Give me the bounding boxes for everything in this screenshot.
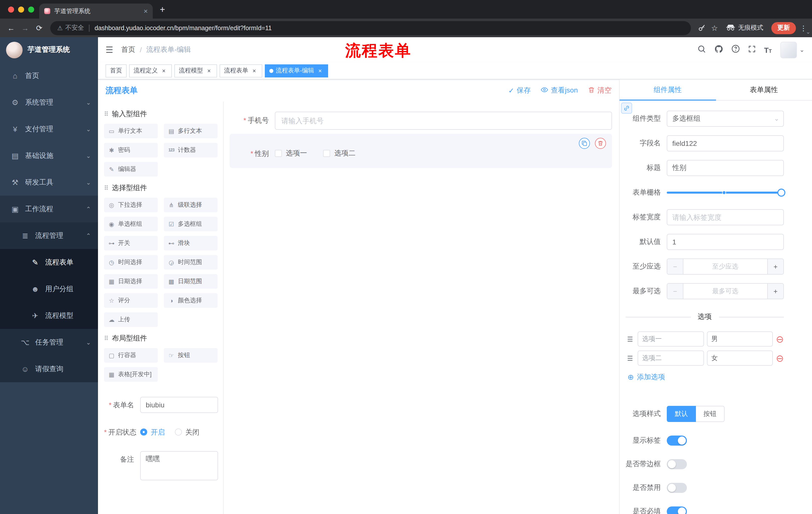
default-value-input[interactable] xyxy=(667,234,784,250)
address-bar[interactable]: ⚠ 不安全 dashboard.yudao.iocoder.cn/bpm/man… xyxy=(50,21,691,35)
tab-close-icon[interactable]: × xyxy=(144,7,148,15)
font-size-icon[interactable]: TT xyxy=(764,46,772,54)
browser-tab[interactable]: 芋道管理系统 × xyxy=(39,3,153,19)
add-option-button[interactable]: ⊕ 添加选项 xyxy=(628,373,784,382)
tag-process-form-edit[interactable]: 流程表单-编辑× xyxy=(265,64,328,77)
sidebar-item-infra[interactable]: ▤基础设施⌄ xyxy=(0,142,98,169)
field-gender[interactable]: *性别 选项一 选项二 xyxy=(230,149,612,159)
sidebar-item-leave-query[interactable]: ☺请假查询 xyxy=(0,356,98,382)
palette-item[interactable]: ▭单行文本 xyxy=(104,124,158,138)
phone-input[interactable] xyxy=(275,112,612,130)
form-canvas[interactable]: *手机号 *性别 xyxy=(224,102,619,514)
palette-item[interactable]: ✱密码 xyxy=(104,143,158,157)
max-select-stepper[interactable]: − 最多可选 + xyxy=(667,283,784,299)
plus-button[interactable]: + xyxy=(767,259,783,274)
breadcrumb-home[interactable]: 首页 xyxy=(121,45,136,54)
option-name-input[interactable] xyxy=(638,351,704,366)
disabled-switch[interactable] xyxy=(667,483,687,493)
palette-item[interactable]: ▩日期范围 xyxy=(164,274,218,289)
back-button[interactable]: ← xyxy=(4,21,18,35)
palette-item[interactable]: ⋔级联选择 xyxy=(164,198,218,212)
palette-item[interactable]: ▦日期选择 xyxy=(104,274,158,289)
palette-item[interactable]: ☞按钮 xyxy=(164,348,218,362)
github-icon[interactable] xyxy=(714,45,723,55)
delete-field-button[interactable] xyxy=(595,138,606,149)
slider-handle[interactable] xyxy=(777,189,785,197)
plus-button[interactable]: + xyxy=(767,283,783,299)
palette-item[interactable]: ◶时间范围 xyxy=(164,255,218,270)
remark-textarea[interactable]: 嘿嘿 xyxy=(140,451,218,480)
tag-process-model[interactable]: 流程模型× xyxy=(174,64,217,77)
title-input[interactable] xyxy=(667,160,784,176)
tag-close-icon[interactable]: × xyxy=(251,67,258,74)
sidebar-item-task-mgmt[interactable]: ⌥任务管理⌄ xyxy=(0,329,98,356)
sidebar-item-process-mgmt[interactable]: ≣流程管理⌃ xyxy=(0,222,98,249)
palette-item[interactable]: ◑颜色选择 xyxy=(164,293,218,308)
border-switch[interactable] xyxy=(667,459,687,469)
option-value-input[interactable] xyxy=(707,331,773,347)
forward-button[interactable]: → xyxy=(18,21,32,35)
palette-item[interactable]: ◎下拉选择 xyxy=(104,198,158,212)
drag-handle-icon[interactable]: ☰ xyxy=(626,354,635,362)
tag-home[interactable]: 首页 xyxy=(106,64,127,77)
close-window-button[interactable] xyxy=(8,6,14,12)
radio-status-off[interactable]: 关闭 xyxy=(175,424,200,440)
selected-field-block[interactable]: *性别 选项一 选项二 xyxy=(230,134,612,168)
max-select-value[interactable]: 最多可选 xyxy=(684,283,767,299)
label-width-input[interactable] xyxy=(667,209,784,225)
sidebar-item-system[interactable]: ⚙系统管理⌄ xyxy=(0,89,98,116)
tab-component-props[interactable]: 组件属性 xyxy=(619,79,716,100)
min-select-value[interactable]: 至少应选 xyxy=(684,259,767,274)
sidebar-item-devtools[interactable]: ⚒研发工具⌄ xyxy=(0,169,98,196)
checkbox-option-two[interactable]: 选项二 xyxy=(323,149,355,158)
hamburger-icon[interactable]: ☰ xyxy=(106,45,113,55)
tag-close-icon[interactable]: × xyxy=(317,67,324,74)
palette-item[interactable]: ◉单选框组 xyxy=(104,217,158,231)
security-label[interactable]: 不安全 xyxy=(65,24,84,32)
palette-item[interactable]: ☆评分 xyxy=(104,293,158,308)
tag-process-definition[interactable]: 流程定义× xyxy=(129,64,172,77)
tag-process-form[interactable]: 流程表单× xyxy=(220,64,262,77)
toolbar-overflow-chevron-icon[interactable]: ⌄ xyxy=(806,29,811,35)
sidebar-item-process-form[interactable]: ✎流程表单 xyxy=(0,249,98,276)
tab-form-props[interactable]: 表单属性 xyxy=(716,79,812,100)
clear-button[interactable]: 清空 xyxy=(588,86,611,95)
new-tab-button[interactable]: + xyxy=(160,4,165,15)
style-default-button[interactable]: 默认 xyxy=(667,406,696,422)
tag-close-icon[interactable]: × xyxy=(160,67,167,74)
component-type-select[interactable]: ⌄ xyxy=(667,111,784,127)
sidebar-item-user-group[interactable]: ☻用户分组 xyxy=(0,276,98,302)
sidebar-item-home[interactable]: ⌂首页 xyxy=(0,62,98,89)
grid-slider[interactable] xyxy=(667,185,784,201)
reload-button[interactable]: ⟳ xyxy=(32,21,46,35)
search-icon[interactable] xyxy=(697,45,706,55)
palette-item[interactable]: ◷时间选择 xyxy=(104,255,158,270)
save-button[interactable]: ✓保存 xyxy=(508,86,531,95)
required-switch[interactable] xyxy=(667,507,687,514)
show-label-switch[interactable] xyxy=(667,436,687,445)
copy-field-button[interactable] xyxy=(579,138,590,149)
palette-item[interactable]: ▢行容器 xyxy=(104,348,158,362)
drag-handle-icon[interactable]: ☰ xyxy=(626,335,635,343)
palette-item[interactable]: 123计数器 xyxy=(164,143,218,157)
sidebar-item-workflow[interactable]: ▣工作流程⌃ xyxy=(0,196,98,222)
field-name-input[interactable] xyxy=(667,135,784,152)
remove-option-icon[interactable]: ⊖ xyxy=(776,353,784,363)
minus-button[interactable]: − xyxy=(667,283,684,299)
field-phone[interactable]: *手机号 xyxy=(230,112,612,130)
key-icon[interactable] xyxy=(695,21,708,34)
option-name-input[interactable] xyxy=(638,331,704,347)
zoom-window-button[interactable] xyxy=(28,6,34,12)
help-icon[interactable] xyxy=(731,45,740,55)
user-menu[interactable]: ⌄ xyxy=(780,42,805,58)
checkbox-option-one[interactable]: 选项一 xyxy=(275,149,307,158)
palette-item[interactable]: ☁上传 xyxy=(104,312,158,327)
remove-option-icon[interactable]: ⊖ xyxy=(776,334,784,344)
view-json-button[interactable]: 查看json xyxy=(541,86,578,95)
option-value-input[interactable] xyxy=(707,351,773,366)
update-button[interactable]: 更新 xyxy=(771,22,796,34)
minimize-window-button[interactable] xyxy=(18,6,24,12)
sidebar-item-process-model[interactable]: ✈流程模型 xyxy=(0,302,98,329)
palette-item[interactable]: ✎编辑器 xyxy=(104,162,158,177)
radio-status-on[interactable]: 开启 xyxy=(140,424,165,440)
